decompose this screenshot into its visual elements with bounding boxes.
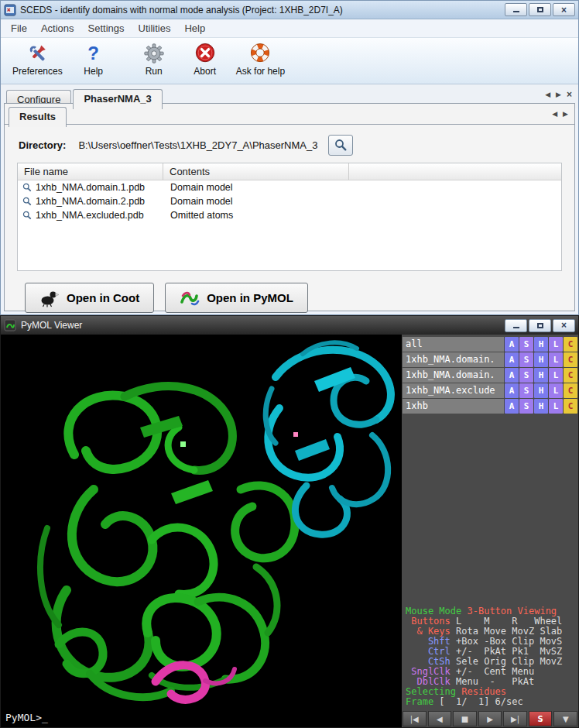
object-button-c[interactable]: C <box>564 399 577 414</box>
preferences-button[interactable]: Preferences <box>7 40 68 78</box>
object-list: allASHLC1xhb_NMA.domain.ASHLC1xhb_NMA.do… <box>402 335 578 414</box>
magnifier-icon <box>22 197 32 206</box>
stop-button[interactable]: ■ <box>453 711 477 726</box>
object-button-l[interactable]: L <box>549 399 563 414</box>
open-in-pymol-button[interactable]: Open in PyMOL <box>165 283 308 313</box>
object-button-a[interactable]: A <box>505 352 519 367</box>
object-button-c[interactable]: C <box>564 383 577 398</box>
pymol-minimize-button[interactable] <box>505 319 527 332</box>
tab-page: Results ◀ ▶ Directory: B:\Users\oeffner\… <box>4 103 575 311</box>
object-button-c[interactable]: C <box>564 352 577 367</box>
object-button-a[interactable]: A <box>505 337 519 352</box>
object-button-l[interactable]: L <box>549 368 563 383</box>
pymol-window: PyMOL Viewer × <box>0 315 579 728</box>
toolbar-label: Abort <box>194 66 216 77</box>
object-button-s[interactable]: S <box>519 399 533 414</box>
sceds-titlebar[interactable]: SCEDS - identify domains with normal mod… <box>1 1 578 19</box>
minimize-button[interactable] <box>505 3 527 16</box>
column-header-file-name[interactable]: File name <box>18 163 163 180</box>
protein-structure[interactable] <box>1 335 403 728</box>
object-name[interactable]: 1xhb <box>403 399 504 414</box>
file-contents: Domain model <box>163 196 349 207</box>
object-button-l[interactable]: L <box>549 383 563 398</box>
mouse-panel-line: Frame [ 1/ 1] 6/sec <box>406 697 562 707</box>
object-button-h[interactable]: H <box>534 352 548 367</box>
go-to-end-button[interactable]: ▶| <box>503 711 527 726</box>
object-button-h[interactable]: H <box>534 399 548 414</box>
file-contents: Omitted atoms <box>163 210 349 221</box>
object-name[interactable]: 1xhb_NMA.exclude <box>403 383 504 398</box>
pymol-maximize-button[interactable] <box>529 319 551 332</box>
table-row[interactable]: 1xhb_NMA.excluded.pdbOmitted atoms <box>18 208 561 222</box>
object-button-s[interactable]: S <box>519 352 533 367</box>
pymol-prompt[interactable]: PyMOL>_ <box>5 712 48 723</box>
object-button-a[interactable]: A <box>505 383 519 398</box>
results-scroll-right-icon[interactable]: ▶ <box>563 110 568 118</box>
ask-for-help-button[interactable]: Ask for help <box>231 40 290 78</box>
object-button-l[interactable]: L <box>549 352 563 367</box>
object-button-s[interactable]: S <box>519 337 533 352</box>
maximize-button[interactable] <box>529 3 551 16</box>
tab-scroll-right-icon[interactable]: ▶ <box>556 91 561 98</box>
magnifier-icon <box>22 211 32 220</box>
object-row: allASHLC <box>403 337 577 352</box>
file-contents: Domain model <box>163 182 349 193</box>
object-button-c[interactable]: C <box>564 337 577 352</box>
tab-scroll-left-icon[interactable]: ◀ <box>545 91 550 98</box>
toolbar-label: Ask for help <box>236 66 285 77</box>
object-button-h[interactable]: H <box>534 368 548 383</box>
object-button-l[interactable]: L <box>549 337 563 352</box>
menu-settings[interactable]: Settings <box>81 20 132 36</box>
tab-label: Results <box>19 111 56 122</box>
open-in-coot-button[interactable]: Open in Coot <box>25 283 154 313</box>
tab-phasernma3[interactable]: PhaserNMA_3 <box>73 89 162 109</box>
table-row[interactable]: 1xhb_NMA.domain.2.pdbDomain model <box>18 194 561 208</box>
menu-utilities[interactable]: Utilities <box>132 20 178 36</box>
object-button-s[interactable]: S <box>519 368 533 383</box>
table-row[interactable]: 1xhb_NMA.domain.1.pdbDomain model <box>18 180 561 194</box>
object-name[interactable]: 1xhb_NMA.domain. <box>403 368 504 383</box>
object-name[interactable]: 1xhb_NMA.domain. <box>403 352 504 367</box>
directory-row: Directory: B:\Users\oeffner\Tests\1XHB_2… <box>19 135 574 155</box>
pymol-close-button[interactable]: × <box>553 319 575 332</box>
object-row: 1xhb_NMA.excludeASHLC <box>403 383 577 398</box>
action-button-row: Open in Coot Open in PyMOL <box>25 283 574 313</box>
object-button-h[interactable]: H <box>534 383 548 398</box>
scene-button[interactable]: S <box>529 711 553 726</box>
app-icon <box>4 4 16 16</box>
play-button[interactable]: ▶ <box>478 711 502 726</box>
column-header-contents[interactable]: Contents <box>163 163 349 180</box>
panel-menu-button[interactable]: ▼ <box>553 711 577 726</box>
menu-actions[interactable]: Actions <box>34 20 81 36</box>
run-button[interactable]: Run <box>128 40 180 78</box>
toolbar-label: Help <box>84 66 103 77</box>
files-table-header: File name Contents <box>18 163 561 180</box>
object-button-h[interactable]: H <box>534 337 548 352</box>
playback-controls: |◀◀■▶▶|S▼ <box>402 710 578 727</box>
object-button-c[interactable]: C <box>564 368 577 383</box>
menu-file[interactable]: File <box>4 20 34 36</box>
step-back-button[interactable]: ◀ <box>428 711 452 726</box>
close-button[interactable]: × <box>553 3 575 16</box>
results-scroll-left-icon[interactable]: ◀ <box>552 110 557 118</box>
menu-help[interactable]: Help <box>177 20 212 36</box>
browse-button[interactable] <box>328 135 353 156</box>
results-page: Directory: B:\Users\oeffner\Tests\1XHB_2… <box>5 124 574 311</box>
go-to-start-button[interactable]: |◀ <box>403 711 427 726</box>
pymol-titlebar[interactable]: PyMOL Viewer × <box>1 316 578 335</box>
object-button-s[interactable]: S <box>519 383 533 398</box>
help-button[interactable]: ? Help <box>68 40 119 78</box>
object-button-a[interactable]: A <box>505 399 519 414</box>
tab-results[interactable]: Results <box>9 107 67 127</box>
pymol-viewport[interactable]: PyMOL>_ allASHLC1xhb_NMA.domain.ASHLC1xh… <box>1 335 578 727</box>
object-button-a[interactable]: A <box>505 368 519 383</box>
tab-close-icon[interactable]: × <box>567 91 572 98</box>
object-row: 1xhb_NMA.domain.ASHLC <box>403 368 577 383</box>
directory-path: B:\Users\oeffner\Tests\1XHB_2DY7_A\Phase… <box>78 139 317 151</box>
file-name: 1xhb_NMA.excluded.pdb <box>36 210 144 221</box>
tools-icon <box>26 42 49 65</box>
files-table-body: 1xhb_NMA.domain.1.pdbDomain model1xhb_NM… <box>18 180 561 222</box>
abort-button[interactable]: Abort <box>180 40 231 78</box>
gear-icon <box>142 42 166 65</box>
object-name[interactable]: all <box>403 337 504 352</box>
